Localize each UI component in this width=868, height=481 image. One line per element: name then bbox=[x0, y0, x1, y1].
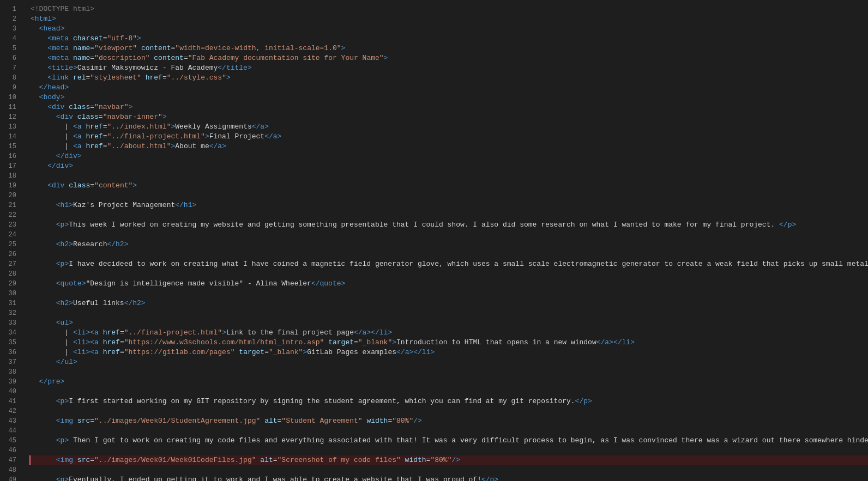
line-number: 6 bbox=[3, 53, 16, 63]
line-number: 2 bbox=[3, 14, 16, 24]
code-line: <quote>"Design is intelligence made visi… bbox=[31, 279, 868, 289]
code-line bbox=[31, 191, 868, 200]
code-line: <h2>Useful links</h2> bbox=[31, 299, 868, 308]
code-line: <p> Then I got to work on creating my co… bbox=[31, 436, 868, 446]
line-number: 22 bbox=[3, 210, 16, 220]
line-number: 7 bbox=[3, 63, 16, 73]
code-line bbox=[31, 367, 868, 377]
code-line: <h2>Research</h2> bbox=[31, 240, 868, 249]
code-line bbox=[31, 406, 868, 416]
line-number: 40 bbox=[3, 387, 16, 397]
code-line: </pre> bbox=[31, 377, 868, 387]
line-number: 8 bbox=[3, 73, 16, 83]
line-number: 41 bbox=[3, 397, 16, 406]
code-line bbox=[31, 308, 868, 318]
code-line bbox=[31, 289, 868, 299]
line-number: 25 bbox=[3, 240, 16, 249]
code-line: <html> bbox=[31, 14, 868, 24]
line-number: 13 bbox=[3, 122, 16, 132]
code-line: <meta name="description" content="Fab Ac… bbox=[31, 53, 868, 63]
code-line: <img src="../images/Week01/StudentAgreem… bbox=[31, 416, 868, 426]
code-line: <meta charset="utf-8"> bbox=[31, 34, 868, 44]
line-number: 12 bbox=[3, 112, 16, 122]
line-number: 14 bbox=[3, 132, 16, 142]
code-line bbox=[31, 465, 868, 475]
code-line: <head> bbox=[31, 24, 868, 34]
code-line bbox=[31, 249, 868, 259]
code-line: <div class="navbar-inner"> bbox=[31, 112, 868, 122]
code-line: | <a href="../index.html">Weekly Assignm… bbox=[31, 122, 868, 132]
code-line bbox=[31, 230, 868, 240]
line-number: 36 bbox=[3, 348, 16, 357]
code-line: <p>I have decideed to work on creating w… bbox=[31, 259, 868, 269]
line-number: 18 bbox=[3, 171, 16, 181]
line-number: 17 bbox=[3, 161, 16, 171]
line-numbers: 1234567891011121314151617181920212223242… bbox=[0, 0, 22, 481]
code-line: <link rel="stylesheet" href="../style.cs… bbox=[31, 73, 868, 83]
code-line: <title>Casimir Maksymowicz - Fab Academy… bbox=[31, 63, 868, 73]
line-number: 43 bbox=[3, 416, 16, 426]
line-number: 21 bbox=[3, 200, 16, 210]
line-number: 46 bbox=[3, 446, 16, 455]
code-line: <body> bbox=[31, 93, 868, 102]
code-line: | <li><a href="../final-project.html">Li… bbox=[31, 328, 868, 338]
code-line: <h1>Kaz's Project Management</h1> bbox=[31, 200, 868, 210]
line-number: 23 bbox=[3, 220, 16, 230]
code-line: <img src="../images/Week01/Week01CodeFil… bbox=[29, 455, 868, 465]
line-number: 20 bbox=[3, 191, 16, 200]
line-number: 4 bbox=[3, 34, 16, 44]
code-line: | <li><a href="https://www.w3schools.com… bbox=[31, 338, 868, 348]
line-number: 5 bbox=[3, 44, 16, 53]
code-line: </head> bbox=[31, 83, 868, 93]
code-line: | <a href="../final-project.html">Final … bbox=[31, 132, 868, 142]
line-number: 9 bbox=[3, 83, 16, 93]
code-line: | <a href="../about.html">About me</a> bbox=[31, 142, 868, 151]
line-number: 37 bbox=[3, 357, 16, 367]
line-number: 15 bbox=[3, 142, 16, 151]
code-line: <meta name="viewport" content="width=dev… bbox=[31, 44, 868, 53]
line-number: 31 bbox=[3, 299, 16, 308]
line-number: 38 bbox=[3, 367, 16, 377]
line-number: 44 bbox=[3, 426, 16, 436]
line-number: 29 bbox=[3, 279, 16, 289]
code-line: </ul> bbox=[31, 357, 868, 367]
line-number: 45 bbox=[3, 436, 16, 446]
code-line: <p>I first started working on my GIT rep… bbox=[31, 397, 868, 406]
line-number: 1 bbox=[3, 4, 16, 14]
line-number: 26 bbox=[3, 249, 16, 259]
code-line bbox=[31, 171, 868, 181]
editor-container: 1234567891011121314151617181920212223242… bbox=[0, 0, 868, 481]
code-line: </div> bbox=[31, 161, 868, 171]
code-line: <div class="content"> bbox=[31, 181, 868, 191]
line-number: 19 bbox=[3, 181, 16, 191]
line-number: 42 bbox=[3, 406, 16, 416]
code-line: <ul> bbox=[31, 318, 868, 328]
code-line bbox=[31, 269, 868, 279]
line-number: 11 bbox=[3, 102, 16, 112]
line-number: 10 bbox=[3, 93, 16, 102]
line-number: 35 bbox=[3, 338, 16, 348]
code-line bbox=[31, 210, 868, 220]
code-line bbox=[31, 426, 868, 436]
code-area[interactable]: <!DOCTYPE html><html> <head> <meta chars… bbox=[22, 0, 868, 481]
code-line: <p>This week I worked on creating my web… bbox=[31, 220, 868, 230]
line-number: 30 bbox=[3, 289, 16, 299]
code-line: <p>Eventually, I ended up getting it to … bbox=[31, 475, 868, 481]
code-line: </div> bbox=[31, 151, 868, 161]
line-number: 28 bbox=[3, 269, 16, 279]
line-number: 16 bbox=[3, 151, 16, 161]
line-number: 24 bbox=[3, 230, 16, 240]
line-number: 34 bbox=[3, 328, 16, 338]
line-number: 39 bbox=[3, 377, 16, 387]
line-number: 33 bbox=[3, 318, 16, 328]
line-number: 27 bbox=[3, 259, 16, 269]
line-number: 47 bbox=[3, 455, 16, 465]
code-line: <div class="navbar"> bbox=[31, 102, 868, 112]
line-number: 49 bbox=[3, 475, 16, 481]
code-line bbox=[31, 446, 868, 455]
code-line bbox=[31, 387, 868, 397]
line-number: 32 bbox=[3, 308, 16, 318]
line-number: 3 bbox=[3, 24, 16, 34]
code-line: <!DOCTYPE html> bbox=[31, 4, 868, 14]
code-line: | <li><a href="https://gitlab.com/pages"… bbox=[31, 348, 868, 357]
